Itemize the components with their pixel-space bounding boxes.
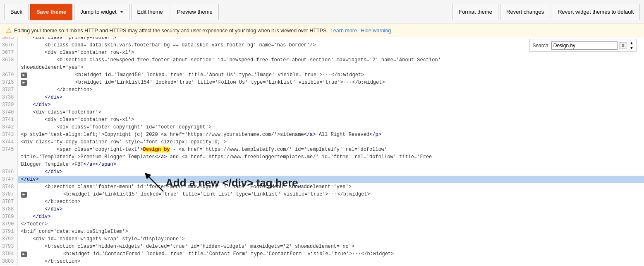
line-code: <div class='footerbar'> — [17, 109, 644, 116]
table-row: 3739 </div> — [0, 101, 644, 109]
line-number: 3787 — [0, 198, 17, 206]
toolbar-left: Back Save theme Jump to widget Edit them… — [4, 4, 219, 20]
table-row: 3789 </div> — [0, 213, 644, 220]
line-number: 3677 — [0, 49, 17, 56]
warning-icon: ⚠ — [6, 27, 12, 34]
line-code: <div class='footer-copyright' id='footer… — [17, 123, 644, 131]
format-theme-button[interactable]: Format theme — [452, 4, 498, 20]
line-number: 3739 — [0, 101, 17, 109]
line-number: 3740 — [0, 109, 17, 116]
line-code: </b:section> — [17, 258, 644, 265]
line-number: 3678 — [0, 56, 17, 64]
line-code: <b:section class='newspeed-free-footer-a… — [17, 56, 644, 64]
revert-widget-themes-button[interactable]: Revert widget themes to default — [552, 4, 640, 20]
line-number — [0, 64, 17, 71]
line-code: title='Templateify'>Premium Blogger Temp… — [17, 153, 644, 161]
line-code: ▶ <b:widget id='LinkList15' locked='true… — [17, 191, 644, 198]
learn-more-link[interactable]: Learn more. — [330, 28, 358, 34]
back-button[interactable]: Back — [4, 4, 29, 20]
line-number: 3742 — [0, 123, 17, 131]
table-row: 3737 </b:section> — [0, 86, 644, 94]
jump-to-widget-button[interactable]: Jump to widget — [74, 4, 129, 20]
line-number: 3790 — [0, 220, 17, 228]
line-code: </div> — [17, 94, 644, 101]
search-label: Search: — [532, 43, 549, 48]
line-code: </div> — [17, 213, 644, 220]
table-row: 3745 <span class='copyright-text'>Design… — [0, 146, 644, 153]
line-code: showaddelement='yes'> — [17, 64, 644, 71]
table-row: 3743<p style='text-align:left;'>Copyrigh… — [0, 131, 644, 138]
table-row: 3787▶ <b:widget id='LinkList15' locked='… — [0, 191, 644, 198]
line-number: 3675 — [0, 37, 17, 41]
revert-changes-button[interactable]: Revert changes — [500, 4, 550, 20]
expand-icon[interactable]: ▶ — [21, 251, 27, 257]
line-number: 3793 — [0, 243, 17, 250]
line-code: <span class='copyright-text'>Design by -… — [17, 146, 644, 153]
line-code: </div> — [17, 206, 644, 213]
line-code: Blogger Template'>FBT</a></span> — [17, 161, 644, 168]
line-number: 3747 — [0, 176, 17, 183]
search-input[interactable] — [551, 41, 618, 50]
line-code: <b:if cond='data:view.isSingleItem'> — [17, 228, 644, 235]
line-number: 3743 — [0, 131, 17, 138]
table-row: 3740 <div class='footerbar'> — [0, 109, 644, 116]
line-number: 3791 — [0, 228, 17, 235]
toolbar-right: Format theme Revert changes Revert widge… — [452, 4, 640, 20]
line-number: 3737 — [0, 86, 17, 94]
save-theme-button[interactable]: Save theme — [30, 4, 72, 20]
code-editor[interactable]: 3674 <b:class cond='data:skin.vars.foote… — [0, 37, 644, 265]
table-row: 3678 <b:section class='newspeed-free-foo… — [0, 56, 644, 64]
line-number: 3803 — [0, 258, 17, 265]
line-number: 3676 — [0, 41, 17, 49]
table-row: 3679▶ <b:widget id='Image150' locked='tr… — [0, 71, 644, 79]
table-row: title='Templateify'>Premium Blogger Temp… — [0, 153, 644, 161]
table-row: 3744<div class='ty-copy-container row' s… — [0, 138, 644, 146]
line-number: 3792 — [0, 235, 17, 243]
expand-icon[interactable]: ▶ — [21, 192, 27, 198]
line-number: 3788 — [0, 206, 17, 213]
chevron-down-icon — [120, 11, 123, 13]
table-row: 3747</div> — [0, 176, 644, 183]
line-number — [0, 153, 17, 161]
search-down-icon[interactable]: ▼ — [630, 46, 634, 50]
table-row: 3788 </div> — [0, 206, 644, 213]
preview-theme-button[interactable]: Preview theme — [171, 4, 219, 20]
line-number: 3748 — [0, 183, 17, 191]
line-number: 3741 — [0, 116, 17, 123]
line-number: 3679 — [0, 71, 17, 79]
code-table: 3674 <b:class cond='data:skin.vars.foote… — [0, 37, 644, 265]
search-panel: Search: X ▲ ▼ — [529, 39, 637, 52]
line-number: 3746 — [0, 168, 17, 176]
table-row: 3746 </div> — [0, 168, 644, 176]
expand-icon[interactable]: ▶ — [21, 73, 27, 78]
table-row: 3790</footer> — [0, 220, 644, 228]
line-code: </div> — [17, 168, 644, 176]
line-number: 3738 — [0, 94, 17, 101]
line-number: 3794 — [0, 250, 17, 258]
hide-warning-link[interactable]: Hide warning — [361, 28, 391, 34]
line-code: </footer> — [17, 220, 644, 228]
line-code: <div class='container row-x1'> — [17, 116, 644, 123]
line-code: </b:section> — [17, 86, 644, 94]
toolbar: Back Save theme Jump to widget Edit them… — [0, 0, 644, 24]
line-number: 3745 — [0, 146, 17, 153]
table-row: 3741 <div class='container row-x1'> — [0, 116, 644, 123]
table-row: 3715▶ <b:widget id='LinkList154' locked=… — [0, 79, 644, 86]
line-number — [0, 161, 17, 168]
table-row: 3748 <b:section class='footer-menu' id='… — [0, 183, 644, 191]
warning-bar: ⚠ Editing your theme so it mixes HTTP an… — [0, 24, 644, 37]
table-row: 3792 <div id='hidden-widgets-wrap' style… — [0, 235, 644, 243]
table-row: 3791<b:if cond='data:view.isSingleItem'> — [0, 228, 644, 235]
expand-icon[interactable]: ▶ — [21, 80, 27, 86]
line-code: <b:section class='footer-menu' id='foote… — [17, 183, 644, 191]
table-row: 3794▶ <b:widget id='ContactForm1' locked… — [0, 250, 644, 258]
edit-theme-button[interactable]: Edit theme — [131, 4, 169, 20]
search-up-icon[interactable]: ▲ — [630, 41, 634, 45]
search-close-button[interactable]: X — [619, 42, 627, 49]
line-number: 3744 — [0, 138, 17, 146]
line-number: 3789 — [0, 213, 17, 220]
line-code: <div id='hidden-widgets-wrap' style='dis… — [17, 235, 644, 243]
table-row: 3738 </div> — [0, 94, 644, 101]
search-scroll-controls: ▲ ▼ — [630, 41, 634, 50]
line-code: </b:section> — [17, 198, 644, 206]
